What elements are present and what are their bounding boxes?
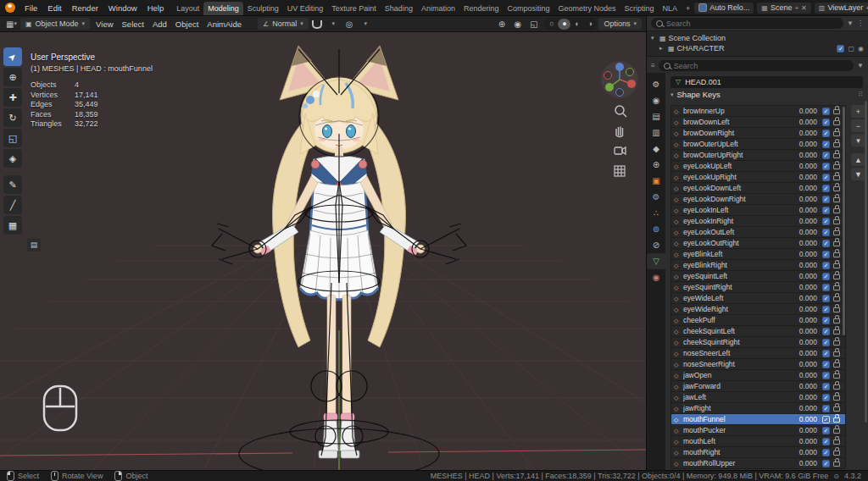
shape-key-row[interactable]: ◇eyeLookUpLeft0.000✓ [671,161,845,171]
shape-key-enable-checkbox[interactable]: ✓ [822,339,830,346]
shape-key-value-slider[interactable]: 0.000 [792,404,817,412]
shape-key-row[interactable]: ◇mouthLeft0.000✓ [671,436,845,446]
shape-key-value-slider[interactable]: 0.000 [792,393,817,401]
shape-key-lock-button[interactable] [832,282,840,292]
shape-key-row[interactable]: ◇noseSneerLeft0.000✓ [671,348,845,358]
shape-key-lock-button[interactable] [832,150,840,160]
shape-key-lock-button[interactable] [832,293,840,303]
shape-key-row[interactable]: ◇mouthPucker0.000✓ [671,425,845,435]
shape-key-value-slider[interactable]: 0.000 [792,426,817,434]
collapsed-panel-button[interactable]: ▤ [27,238,41,252]
shape-key-value-slider[interactable]: 0.000 [792,239,817,247]
workspace-tab-texture-paint[interactable]: Texture Paint [327,2,381,15]
material-shading-icon[interactable]: ◐ [570,19,583,30]
shape-key-add-button[interactable]: + [851,105,865,118]
workspace-tab-rendering[interactable]: Rendering [459,2,504,15]
shape-key-enable-checkbox[interactable]: ✓ [822,295,830,302]
gizmo-neg-y-axis[interactable] [626,69,634,76]
shape-key-lock-button[interactable] [832,205,840,215]
properties-tab-render[interactable]: ◉ [647,92,665,108]
shape-key-enable-checkbox[interactable]: ✓ [822,207,830,214]
outliner-row-scene-collection[interactable]: ▾ ▦ Scene Collection [647,33,868,43]
viewport-menu-animaide[interactable]: AnimAide [203,19,246,29]
properties-tab-data[interactable]: ▽ [647,253,665,269]
shape-key-row[interactable]: ◇eyeLookDownLeft0.000✓ [671,183,845,193]
show-overlays-toggle[interactable]: ◉ [510,18,525,30]
shape-key-row[interactable]: ◇browDownLeft0.000✓ [671,117,845,127]
gizmo-y-axis[interactable] [605,83,614,91]
options-dropdown[interactable]: Options ▾ [598,18,642,30]
shape-key-value-slider[interactable]: 0.000 [792,261,817,269]
shape-key-remove-button[interactable]: − [851,119,865,132]
shape-key-row[interactable]: ◇browOuterUpLeft0.000✓ [671,139,845,149]
shape-key-enable-checkbox[interactable]: ✓ [822,460,830,467]
workspace-tab-animation[interactable]: Animation [417,2,459,15]
shape-key-row[interactable]: ◇eyeSquintRight0.000✓ [671,282,845,292]
shape-key-enable-checkbox[interactable]: ✓ [822,163,830,170]
shape-key-value-slider[interactable]: 0.000 [792,206,817,214]
shape-key-value-slider[interactable]: 0.000 [792,173,817,181]
shape-key-enable-checkbox[interactable]: ✓ [822,273,830,280]
3d-viewport[interactable]: User Perspective (1) MESHES | HEAD : mou… [0,32,646,470]
shape-key-enable-checkbox[interactable]: ✓ [822,361,830,368]
shape-key-lock-button[interactable] [832,304,840,314]
tool-cursor-button[interactable]: ⊕ [3,68,22,86]
shape-key-lock-button[interactable] [832,260,840,270]
new-scene-icon[interactable]: + [794,4,798,12]
properties-tab-world[interactable]: ⊕ [647,157,665,173]
shape-key-lock-button[interactable] [832,370,840,380]
shape-key-enable-checkbox[interactable]: ✓ [822,427,830,434]
properties-tab-object[interactable]: ▣ [647,173,665,189]
shape-key-row[interactable]: ◇mouthRollUpper0.000✓ [671,458,845,468]
shape-key-lock-button[interactable] [832,194,840,204]
scene-selector[interactable]: ▦ Scene + ✕ [757,3,810,14]
menu-window[interactable]: Window [103,3,142,13]
shape-key-value-slider[interactable]: 0.000 [792,195,817,203]
data-id-selector[interactable]: ▽ HEAD.001 [670,76,863,88]
shape-key-enable-checkbox[interactable]: ✓ [822,218,830,225]
properties-tab-constraints[interactable]: ⊘ [647,237,665,253]
perspective-toggle-icon[interactable] [615,166,625,176]
shape-key-value-slider[interactable]: 0.000 [792,415,817,423]
shape-key-lock-button[interactable] [832,227,840,237]
workspace-tab-sculpting[interactable]: Sculpting [243,2,283,15]
editor-type-icon[interactable]: ▦▾ [4,18,19,30]
workspace-tab-scripting[interactable]: Scripting [620,2,659,15]
workspace-tab-compositing[interactable]: Compositing [503,2,554,15]
shape-key-value-slider[interactable]: 0.000 [792,327,817,335]
shape-key-row[interactable]: ◇eyeLookDownRight0.000✓ [671,194,845,204]
shape-key-value-slider[interactable]: 0.000 [792,437,817,445]
shape-key-row[interactable]: ◇cheekSquintRight0.000✓ [671,337,845,347]
shape-key-enable-checkbox[interactable]: ✓ [822,229,830,236]
shape-key-enable-checkbox[interactable]: ✓ [822,119,830,126]
shape-key-value-slider[interactable]: 0.000 [792,305,817,313]
menu-render[interactable]: Render [67,3,103,13]
properties-tab-particles[interactable]: ∴ [647,205,665,221]
shape-key-enable-checkbox[interactable]: ✓ [822,262,830,269]
shape-key-move-up-button[interactable]: ▲ [851,153,865,166]
snap-settings-dropdown[interactable]: ▾ [326,18,341,30]
gizmo-x-axis[interactable] [627,80,636,88]
shape-key-lock-button[interactable] [832,414,840,424]
workspace-tab-shading[interactable]: Shading [381,2,417,15]
shape-key-value-slider[interactable]: 0.000 [792,151,817,159]
shape-key-specials-button[interactable]: ▾ [851,134,865,147]
shape-key-lock-button[interactable] [832,458,840,468]
tool-select-box-button[interactable]: ➤ [3,47,22,66]
outliner-row-character[interactable]: ▸ ▦ CHARACTER ✓ ▢ ◉ [647,43,868,53]
filter-icon[interactable]: ▼ [847,19,854,27]
wireframe-shading-icon[interactable]: ○ [545,19,558,30]
shape-key-row[interactable]: ◇jawForward0.000✓ [671,381,845,391]
shape-key-lock-button[interactable] [832,271,840,281]
shape-key-enable-checkbox[interactable]: ✓ [822,251,830,258]
shape-key-value-slider[interactable]: 0.000 [792,272,817,280]
blender-logo-icon[interactable] [5,3,15,13]
zoom-icon[interactable] [615,106,626,117]
shape-key-value-slider[interactable]: 0.000 [792,107,817,115]
shape-key-enable-checkbox[interactable]: ✓ [822,405,830,412]
shape-key-row[interactable]: ◇jawLeft0.000✓ [671,392,845,402]
shape-key-row[interactable]: ◇browDownRight0.000✓ [671,128,845,138]
list-scrollbar[interactable] [843,107,845,335]
outliner-search-input[interactable] [666,19,838,28]
shape-key-value-slider[interactable]: 0.000 [792,283,817,291]
